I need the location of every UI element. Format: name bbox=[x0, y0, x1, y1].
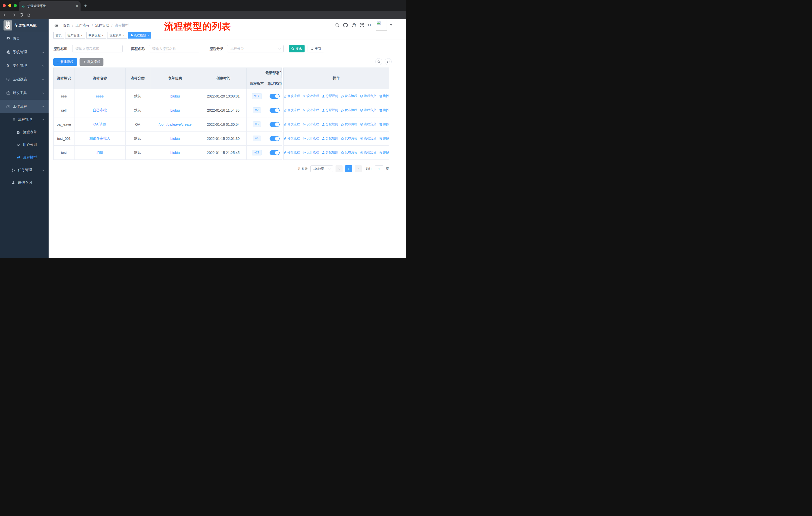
action-design-link[interactable]: 设计流程 bbox=[302, 108, 319, 112]
tag-home[interactable]: 首页 bbox=[53, 32, 64, 38]
action-definition-link[interactable]: 流程定义 bbox=[360, 108, 377, 112]
tag-close-icon[interactable]: × bbox=[123, 34, 125, 37]
sidebar-item-workflow[interactable]: 工作流程 bbox=[0, 100, 49, 113]
sidebar-item-task-manage[interactable]: 任务管理 bbox=[0, 164, 49, 176]
sidebar-logo[interactable]: 芋道管理系统 bbox=[0, 19, 49, 32]
tag-close-icon[interactable]: × bbox=[81, 34, 83, 37]
tag-close-icon[interactable]: × bbox=[102, 34, 104, 37]
action-definition-link[interactable]: 流程定义 bbox=[360, 94, 377, 98]
form-info-link[interactable]: biubiu bbox=[170, 137, 180, 141]
browser-tab[interactable]: 芋道管理系统 × bbox=[19, 1, 81, 11]
sidebar-item-devtools[interactable]: 研发工具 bbox=[0, 86, 49, 100]
home-icon[interactable] bbox=[27, 13, 31, 17]
filter-key-input[interactable] bbox=[72, 45, 123, 52]
action-edit-link[interactable]: 修改流程 bbox=[283, 108, 300, 112]
prev-page-button[interactable] bbox=[336, 165, 343, 172]
next-page-button[interactable] bbox=[355, 165, 362, 172]
process-name-link[interactable]: 滔博 bbox=[96, 151, 104, 155]
action-assign-rule-link[interactable]: 分配规则 bbox=[322, 94, 338, 98]
filter-category-select[interactable]: 流程分类 bbox=[227, 45, 284, 52]
action-delete-link[interactable]: 删除 bbox=[379, 94, 389, 98]
tag-my-process[interactable]: 我的流程× bbox=[86, 32, 106, 38]
github-icon[interactable] bbox=[343, 23, 348, 27]
process-name-link[interactable]: eeee bbox=[96, 94, 104, 98]
action-edit-link[interactable]: 修改流程 bbox=[283, 136, 300, 141]
action-publish-link[interactable]: 发布流程 bbox=[341, 108, 357, 112]
sidebar-item-process-model[interactable]: 流程模型 bbox=[0, 151, 49, 164]
filter-name-input[interactable] bbox=[149, 45, 199, 52]
breadcrumb-workflow[interactable]: 工作流程 bbox=[76, 23, 90, 28]
sidebar-item-user-group[interactable]: 用户分组 bbox=[0, 139, 49, 151]
search-button[interactable]: 搜索 bbox=[289, 45, 304, 52]
action-definition-link[interactable]: 流程定义 bbox=[360, 151, 377, 155]
action-edit-link[interactable]: 修改流程 bbox=[283, 94, 300, 98]
create-process-button[interactable]: + 新建流程 bbox=[53, 58, 77, 66]
current-page[interactable]: 1 bbox=[345, 165, 352, 172]
table-refresh-icon[interactable] bbox=[385, 58, 392, 65]
tag-process-form[interactable]: 流程表单× bbox=[107, 32, 127, 38]
action-publish-link[interactable]: 发布流程 bbox=[341, 136, 357, 141]
tag-close-icon[interactable]: × bbox=[147, 34, 149, 37]
sidebar-item-system[interactable]: 系统管理 bbox=[0, 45, 49, 59]
form-info-link[interactable]: biubiu bbox=[170, 94, 180, 98]
active-toggle[interactable] bbox=[269, 122, 280, 127]
action-edit-link[interactable]: 修改流程 bbox=[283, 151, 300, 155]
action-assign-rule-link[interactable]: 分配规则 bbox=[322, 108, 338, 112]
action-design-link[interactable]: 设计流程 bbox=[302, 94, 319, 98]
new-tab-button[interactable]: + bbox=[84, 2, 87, 9]
traffic-close-icon[interactable] bbox=[3, 4, 6, 7]
tab-close-icon[interactable]: × bbox=[76, 4, 78, 8]
traffic-zoom-icon[interactable] bbox=[14, 4, 17, 7]
action-assign-rule-link[interactable]: 分配规则 bbox=[322, 122, 338, 127]
sidebar-item-leave-query[interactable]: 请假查询 bbox=[0, 176, 49, 189]
page-size-select[interactable]: 10条/页 bbox=[310, 165, 333, 172]
tag-tenant[interactable]: 租户管理× bbox=[65, 32, 85, 38]
process-name-link[interactable]: 测试多审批人 bbox=[89, 136, 111, 141]
action-delete-link[interactable]: 删除 bbox=[379, 151, 389, 155]
action-design-link[interactable]: 设计流程 bbox=[302, 151, 319, 155]
action-publish-link[interactable]: 发布流程 bbox=[341, 122, 357, 127]
action-definition-link[interactable]: 流程定义 bbox=[360, 122, 377, 127]
avatar-caret-icon[interactable] bbox=[389, 24, 393, 26]
table-search-toggle-icon[interactable] bbox=[375, 58, 382, 65]
action-delete-link[interactable]: 删除 bbox=[379, 122, 389, 127]
action-edit-link[interactable]: 修改流程 bbox=[283, 122, 300, 127]
search-icon[interactable] bbox=[335, 23, 340, 27]
forward-icon[interactable] bbox=[11, 13, 16, 17]
process-name-link[interactable]: 自己审批 bbox=[93, 108, 107, 113]
action-publish-link[interactable]: 发布流程 bbox=[341, 151, 357, 155]
breadcrumb-process-manage[interactable]: 流程管理 bbox=[95, 23, 109, 28]
sidebar-item-process-form[interactable]: 流程表单 bbox=[0, 126, 49, 139]
active-toggle[interactable] bbox=[269, 136, 280, 141]
active-toggle[interactable] bbox=[269, 94, 280, 99]
avatar[interactable] bbox=[376, 20, 387, 31]
action-assign-rule-link[interactable]: 分配规则 bbox=[322, 136, 338, 141]
back-icon[interactable] bbox=[3, 13, 7, 17]
breadcrumb-home[interactable]: 首页 bbox=[63, 23, 70, 28]
form-info-link[interactable]: /bpm/oa/leave/create bbox=[158, 123, 192, 127]
sidebar-item-payment[interactable]: ¥ 支付管理 bbox=[0, 59, 49, 73]
goto-page-input[interactable] bbox=[375, 165, 383, 172]
active-toggle[interactable] bbox=[269, 150, 280, 155]
action-assign-rule-link[interactable]: 分配规则 bbox=[322, 151, 338, 155]
import-process-button[interactable]: 导入流程 bbox=[80, 58, 104, 66]
sidebar-collapse-icon[interactable] bbox=[54, 23, 59, 28]
active-toggle[interactable] bbox=[269, 108, 280, 113]
action-design-link[interactable]: 设计流程 bbox=[302, 122, 319, 127]
action-publish-link[interactable]: 发布流程 bbox=[341, 94, 357, 98]
fullscreen-icon[interactable] bbox=[360, 23, 364, 27]
form-info-link[interactable]: biubiu bbox=[170, 151, 180, 155]
tag-process-model[interactable]: 流程模型× bbox=[128, 32, 151, 38]
help-icon[interactable]: ? bbox=[352, 23, 356, 27]
sidebar-item-home[interactable]: 首页 bbox=[0, 32, 49, 45]
sidebar-item-process-manage[interactable]: 流程管理 bbox=[0, 113, 49, 126]
sidebar-item-infra[interactable]: 基础设施 bbox=[0, 73, 49, 86]
reset-button[interactable]: 重置 bbox=[308, 45, 324, 52]
traffic-minimize-icon[interactable] bbox=[8, 4, 11, 7]
action-delete-link[interactable]: 删除 bbox=[379, 136, 389, 141]
action-delete-link[interactable]: 删除 bbox=[379, 108, 389, 112]
action-definition-link[interactable]: 流程定义 bbox=[360, 136, 377, 141]
font-size-icon[interactable]: TT bbox=[368, 23, 372, 27]
form-info-link[interactable]: biubiu bbox=[170, 108, 180, 112]
process-name-link[interactable]: OA 请假 bbox=[93, 122, 106, 127]
